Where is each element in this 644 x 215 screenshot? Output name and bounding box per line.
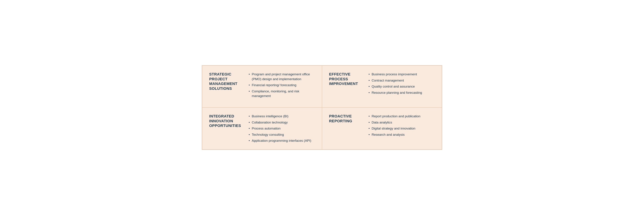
cell-content-effective-process-improvement: Business process improvementContract man… xyxy=(368,72,435,101)
list-item: Technology consulting xyxy=(249,132,315,137)
cell-strategic-project-management: STRATEGIC PROJECT MANAGEMENT SOLUTIONSPr… xyxy=(202,66,322,108)
list-item: Business process improvement xyxy=(368,72,435,77)
cell-effective-process-improvement: EFFECTIVE PROCESS IMPROVEMENTBusiness pr… xyxy=(322,66,442,108)
list-item: Contract management xyxy=(368,78,435,83)
list-item: Application programming interfaces (API) xyxy=(249,138,315,143)
heading-effective-process-improvement: EFFECTIVE PROCESS IMPROVEMENT xyxy=(329,72,364,86)
list-item: Collaboration technology xyxy=(249,120,315,125)
list-item: Data analytics xyxy=(368,120,435,125)
cell-title-strategic-project-management: STRATEGIC PROJECT MANAGEMENT SOLUTIONS xyxy=(209,72,244,101)
heading-proactive-reporting: PROACTIVE REPORTING xyxy=(329,114,364,123)
list-proactive-reporting: Report production and publicationData an… xyxy=(368,114,435,137)
cell-title-integrated-innovation-opportunities: INTEGRATED INNOVATION OPPORTUNITIES xyxy=(209,114,244,143)
cell-content-proactive-reporting: Report production and publicationData an… xyxy=(368,114,435,143)
list-integrated-innovation-opportunities: Business intelligence (BI)Collaboration … xyxy=(249,114,315,143)
cell-content-integrated-innovation-opportunities: Business intelligence (BI)Collaboration … xyxy=(249,114,315,143)
list-item: Digital strategy and innovation xyxy=(368,126,435,131)
list-item: Financial reporting/ forecasting xyxy=(249,83,315,88)
list-item: Report production and publication xyxy=(368,114,435,119)
list-item: Compliance, monitoring, and risk managem… xyxy=(249,89,315,98)
list-item: Resource planning and forecasting xyxy=(368,90,435,95)
list-strategic-project-management: Program and project management office (P… xyxy=(249,72,315,98)
main-grid: STRATEGIC PROJECT MANAGEMENT SOLUTIONSPr… xyxy=(202,65,442,150)
list-item: Process automation xyxy=(249,126,315,131)
cell-title-effective-process-improvement: EFFECTIVE PROCESS IMPROVEMENT xyxy=(329,72,364,101)
list-effective-process-improvement: Business process improvementContract man… xyxy=(368,72,435,95)
cell-title-proactive-reporting: PROACTIVE REPORTING xyxy=(329,114,364,143)
heading-strategic-project-management: STRATEGIC PROJECT MANAGEMENT SOLUTIONS xyxy=(209,72,244,91)
cell-content-strategic-project-management: Program and project management office (P… xyxy=(249,72,315,101)
heading-integrated-innovation-opportunities: INTEGRATED INNOVATION OPPORTUNITIES xyxy=(209,114,244,128)
list-item: Quality control and assurance xyxy=(368,84,435,89)
list-item: Program and project management office (P… xyxy=(249,72,315,81)
list-item: Business intelligence (BI) xyxy=(249,114,315,119)
cell-integrated-innovation-opportunities: INTEGRATED INNOVATION OPPORTUNITIESBusin… xyxy=(202,108,322,149)
cell-proactive-reporting: PROACTIVE REPORTINGReport production and… xyxy=(322,108,442,149)
list-item: Research and analysis xyxy=(368,132,435,137)
